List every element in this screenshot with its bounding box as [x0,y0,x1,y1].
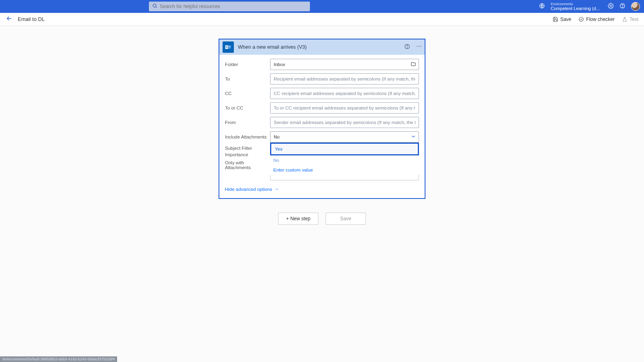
avatar[interactable] [631,2,640,11]
flow-checker-button[interactable]: Flow checker [578,17,615,22]
include-attachments-dropdown: Yes No Enter custom value [270,143,419,180]
toorcc-label: To or CC [225,105,270,110]
svg-point-6 [579,17,584,21]
svg-point-5 [622,7,623,7]
dropdown-remainder-box [270,175,419,180]
to-input-wrap[interactable] [270,73,419,85]
canvas-actions: + New step Save [0,213,644,225]
flow-title: Email to DL [18,16,45,22]
hide-advanced-options-link[interactable]: Hide advanced options [225,187,279,192]
dropdown-option-custom[interactable]: Enter custom value [270,165,419,175]
environment-label: Environments [551,2,600,6]
test-label: Test [630,17,638,22]
app-header: Environments Competent Learning (d... [0,0,644,13]
flow-checker-label: Flow checker [586,17,615,22]
environment-selector[interactable]: Environments Competent Learning (d... [551,2,600,11]
outlook-icon: O [223,41,234,53]
gear-icon[interactable] [608,3,614,10]
from-input-wrap[interactable] [270,117,419,128]
environment-name: Competent Learning (d... [551,6,600,11]
include-attachments-value: No [274,134,280,139]
toorcc-input-wrap[interactable] [270,102,419,114]
flow-checker-icon [578,17,584,22]
from-label: From [225,120,270,125]
help-icon[interactable] [619,3,625,10]
dropdown-option-no[interactable]: No [270,155,419,165]
save-button[interactable]: Save [553,17,571,22]
svg-point-3 [610,5,612,6]
from-input[interactable] [274,120,415,125]
svg-point-12 [419,46,419,47]
chevron-up-icon [275,187,279,192]
only-attachments-label: Only with Attachments [225,160,270,170]
include-attachments-label: Include Attachments [225,134,270,139]
dropdown-option-yes[interactable]: Yes [272,144,417,154]
designer-canvas: O When a new email arrives (V3) Folder I… [0,26,644,362]
folder-value: Inbox [274,62,285,67]
test-button[interactable]: Test [622,17,638,22]
svg-point-0 [153,4,156,7]
svg-point-10 [407,48,407,48]
search-input[interactable] [160,4,307,9]
test-flask-icon [622,17,627,22]
card-more-icon[interactable] [416,43,422,51]
to-input[interactable] [274,77,415,81]
subject-filter-label: Subject Filter [225,146,270,151]
card-header[interactable]: O When a new email arrives (V3) [219,39,425,55]
search-icon [152,3,157,10]
svg-line-1 [156,7,157,8]
save-icon [553,17,558,22]
trigger-card[interactable]: O When a new email arrives (V3) Folder I… [219,39,425,199]
new-step-button[interactable]: + New step [278,213,318,225]
card-help-icon[interactable] [404,43,410,51]
canvas-save-button[interactable]: Save [326,213,366,225]
to-label: To [225,77,270,81]
adv-link-text: Hide advanced options [225,187,272,192]
global-search[interactable] [149,2,310,11]
status-bar: /environments/Default-3895d5b2-ebb9-4192… [0,356,117,362]
svg-text:O: O [226,46,228,48]
chevron-down-icon [411,134,416,140]
card-title: When a new email arrives (V3) [238,44,307,50]
importance-label: Importance [225,152,270,157]
environments-icon[interactable] [539,3,545,10]
card-body: Folder Inbox To CC [219,55,425,198]
folder-input[interactable]: Inbox [270,59,419,70]
cc-input[interactable] [274,91,415,96]
folder-label: Folder [225,62,270,67]
cc-label: CC [225,91,270,96]
dropdown-highlight-box: Yes [270,143,419,155]
cc-input-wrap[interactable] [270,88,419,99]
back-icon[interactable] [6,15,13,24]
include-attachments-select[interactable]: No [270,131,419,143]
save-label: Save [560,17,571,22]
toorcc-input[interactable] [274,105,415,110]
toolbar: Email to DL Save Flow checker Test [0,13,644,26]
folder-picker-icon[interactable] [411,61,416,68]
svg-point-13 [421,46,421,47]
svg-point-11 [417,46,417,47]
